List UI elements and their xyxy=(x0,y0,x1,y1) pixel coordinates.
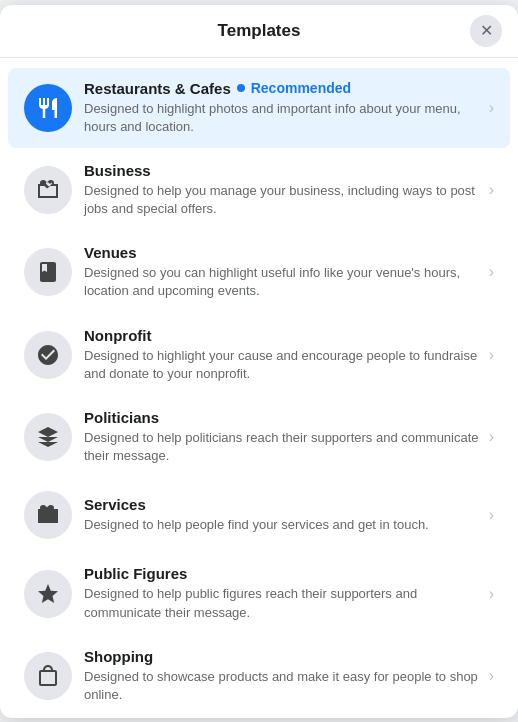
shopping-description: Designed to showcase products and make i… xyxy=(84,668,481,704)
shopping-name-row: Shopping xyxy=(84,648,481,665)
nonprofit-name: Nonprofit xyxy=(84,327,151,344)
template-item-venues[interactable]: VenuesDesigned so you can highlight usef… xyxy=(8,232,510,312)
business-content: BusinessDesigned to help you manage your… xyxy=(84,162,481,218)
venues-icon xyxy=(24,248,72,296)
close-button[interactable]: ✕ xyxy=(470,15,502,47)
recommended-dot xyxy=(237,84,245,92)
services-name-row: Services xyxy=(84,496,481,513)
public-figures-name-row: Public Figures xyxy=(84,565,481,582)
restaurants-icon xyxy=(24,84,72,132)
services-description: Designed to help people find your servic… xyxy=(84,516,481,534)
nonprofit-content: NonprofitDesigned to highlight your caus… xyxy=(84,327,481,383)
business-chevron-icon: › xyxy=(489,181,494,199)
modal-title: Templates xyxy=(218,21,301,41)
business-icon xyxy=(24,166,72,214)
politicians-name: Politicians xyxy=(84,409,159,426)
venues-name: Venues xyxy=(84,244,137,261)
restaurants-chevron-icon: › xyxy=(489,99,494,117)
templates-modal: Templates ✕ Restaurants & CafesRecommend… xyxy=(0,5,518,718)
restaurants-name-row: Restaurants & CafesRecommended xyxy=(84,80,481,97)
politicians-name-row: Politicians xyxy=(84,409,481,426)
template-item-politicians[interactable]: PoliticiansDesigned to help politicians … xyxy=(8,397,510,477)
template-item-services[interactable]: ServicesDesigned to help people find you… xyxy=(8,479,510,551)
venues-chevron-icon: › xyxy=(489,263,494,281)
politicians-icon xyxy=(24,413,72,461)
template-item-public-figures[interactable]: Public FiguresDesigned to help public fi… xyxy=(8,553,510,633)
template-item-business[interactable]: BusinessDesigned to help you manage your… xyxy=(8,150,510,230)
public-figures-icon xyxy=(24,570,72,618)
shopping-chevron-icon: › xyxy=(489,667,494,685)
politicians-content: PoliticiansDesigned to help politicians … xyxy=(84,409,481,465)
venues-name-row: Venues xyxy=(84,244,481,261)
public-figures-name: Public Figures xyxy=(84,565,187,582)
template-list: Restaurants & CafesRecommendedDesigned t… xyxy=(0,58,518,718)
services-icon xyxy=(24,491,72,539)
nonprofit-icon xyxy=(24,331,72,379)
venues-description: Designed so you can highlight useful inf… xyxy=(84,264,481,300)
business-name-row: Business xyxy=(84,162,481,179)
venues-content: VenuesDesigned so you can highlight usef… xyxy=(84,244,481,300)
business-name: Business xyxy=(84,162,151,179)
services-name: Services xyxy=(84,496,146,513)
politicians-description: Designed to help politicians reach their… xyxy=(84,429,481,465)
business-description: Designed to help you manage your busines… xyxy=(84,182,481,218)
services-content: ServicesDesigned to help people find you… xyxy=(84,496,481,534)
shopping-icon xyxy=(24,652,72,700)
template-item-nonprofit[interactable]: NonprofitDesigned to highlight your caus… xyxy=(8,315,510,395)
template-item-restaurants[interactable]: Restaurants & CafesRecommendedDesigned t… xyxy=(8,68,510,148)
modal-header: Templates ✕ xyxy=(0,5,518,58)
shopping-name: Shopping xyxy=(84,648,153,665)
restaurants-name: Restaurants & Cafes xyxy=(84,80,231,97)
public-figures-description: Designed to help public figures reach th… xyxy=(84,585,481,621)
nonprofit-name-row: Nonprofit xyxy=(84,327,481,344)
services-chevron-icon: › xyxy=(489,506,494,524)
nonprofit-chevron-icon: › xyxy=(489,346,494,364)
shopping-content: ShoppingDesigned to showcase products an… xyxy=(84,648,481,704)
close-icon: ✕ xyxy=(480,21,493,40)
template-item-shopping[interactable]: ShoppingDesigned to showcase products an… xyxy=(8,636,510,716)
recommended-label: Recommended xyxy=(251,80,351,96)
restaurants-content: Restaurants & CafesRecommendedDesigned t… xyxy=(84,80,481,136)
politicians-chevron-icon: › xyxy=(489,428,494,446)
public-figures-content: Public FiguresDesigned to help public fi… xyxy=(84,565,481,621)
public-figures-chevron-icon: › xyxy=(489,585,494,603)
restaurants-description: Designed to highlight photos and importa… xyxy=(84,100,481,136)
nonprofit-description: Designed to highlight your cause and enc… xyxy=(84,347,481,383)
